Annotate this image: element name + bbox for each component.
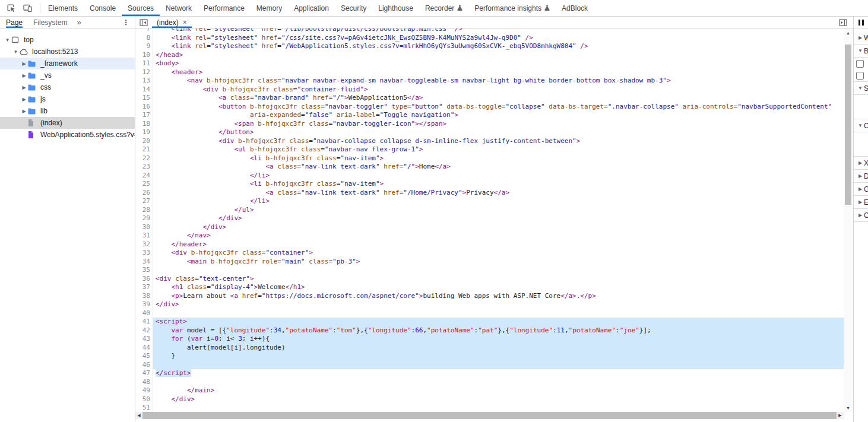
tree-item-framework[interactable]: ▶_framework [0, 58, 135, 69]
line-number[interactable]: 12 [135, 68, 153, 77]
tree-item-index[interactable]: (index) [0, 117, 135, 129]
tree-item-vs[interactable]: ▶_vs [0, 69, 135, 81]
line-number[interactable]: 35 [135, 266, 153, 275]
section-csp-violation-breakpoints[interactable]: ▶CSP Violation Breakpoints [854, 209, 868, 222]
line-number[interactable]: 41 [135, 318, 153, 326]
tab-security[interactable]: Security [335, 0, 372, 16]
code-line-content[interactable]: <span b-hfojqxc3fr class="navbar-toggler… [153, 120, 844, 129]
line-number[interactable]: 19 [135, 128, 153, 137]
line-number[interactable]: 20 [135, 137, 153, 146]
line-number[interactable]: 40 [135, 309, 153, 318]
line-number[interactable]: 16 [135, 103, 153, 112]
chevron-right-icon[interactable]: ▶ [20, 73, 28, 78]
code-line-content[interactable]: for (var i=0; i< 3; i++){ [153, 335, 844, 344]
code-line-content[interactable]: } [153, 352, 844, 361]
horizontal-scrollbar[interactable]: ◀ ▶ [135, 412, 844, 419]
code-editor[interactable]: 7 <link rel="stylesheet" href="/lib/boot… [135, 28, 844, 422]
code-line-content[interactable]: </div> [153, 395, 844, 404]
section-event-listener-breakpoints[interactable]: ▶Event Listener Breakpoints [854, 196, 868, 209]
device-toolbar-icon[interactable] [20, 1, 35, 15]
overflow-menu-icon[interactable]: ⋮ [122, 17, 135, 28]
code-line-content[interactable]: <nav b-hfojqxc3fr class="navbar navbar-e… [153, 77, 844, 85]
tab-application[interactable]: Application [288, 0, 335, 16]
chevron-right-icon[interactable]: ▶ [20, 97, 28, 102]
line-number[interactable]: 15 [135, 94, 153, 103]
navigator-tab-filesystem[interactable]: Filesystem [33, 17, 67, 28]
code-line-content[interactable]: <li b-hfojqxc3fr class="nav-item"> [153, 180, 844, 189]
code-line-content[interactable]: <a class="navbar-brand" href="/">WebAppl… [153, 94, 844, 103]
code-line-content[interactable]: </head> [153, 51, 844, 60]
code-line-content[interactable]: var model = [{"longitude":34,"potatoName… [153, 326, 844, 335]
code-line-content[interactable]: <h1 class="display-4">Welcome</h1> [153, 283, 844, 292]
close-icon[interactable]: × [183, 18, 187, 27]
line-number[interactable]: 27 [135, 197, 153, 206]
code-line-content[interactable]: <div b-hfojqxc3fr class="container-fluid… [153, 85, 844, 94]
tab-network[interactable]: Network [160, 0, 198, 16]
code-line-content[interactable] [153, 266, 844, 275]
breakpoint-item[interactable] [854, 58, 868, 69]
code-line-content[interactable]: <header> [153, 68, 844, 77]
code-line-content[interactable]: <main b-hfojqxc3fr role="main" class="pb… [153, 258, 844, 266]
tab-console[interactable]: Console [84, 0, 122, 16]
line-number[interactable]: 30 [135, 223, 153, 232]
section-scope[interactable]: ▼Scope [854, 82, 868, 95]
code-line-content[interactable]: <link rel="stylesheet" href="/lib/bootst… [153, 28, 844, 34]
code-line-content[interactable]: </button> [153, 128, 844, 137]
section-xhr-fetch-breakpoints[interactable]: ▶XHR/fetch Breakpoints [854, 157, 868, 170]
tree-item-js[interactable]: ▶js [0, 93, 135, 105]
code-line-content[interactable]: </li> [153, 172, 844, 180]
line-number[interactable]: 29 [135, 214, 153, 223]
code-line-content[interactable]: <ul b-hfojqxc3fr class="navbar-nav flex-… [153, 145, 844, 154]
line-number[interactable]: 11 [135, 59, 153, 68]
code-line-content[interactable]: <a class="nav-link text-dark" href="/Hom… [153, 189, 844, 198]
code-line-content[interactable]: </script> [153, 369, 844, 378]
tree-item-top[interactable]: ▼top [0, 34, 135, 46]
code-line-content[interactable]: <a class="nav-link text-dark" href="/">H… [153, 163, 844, 172]
tab-performance-insights[interactable]: Performance insights [468, 0, 556, 16]
chevron-right-icon[interactable]: ▶ [20, 85, 28, 90]
code-line-content[interactable]: <link rel="stylesheet" href="/WebApplica… [153, 42, 844, 51]
code-line-content[interactable]: <div b-hfojqxc3fr class="navbar-collapse… [153, 137, 844, 146]
code-line-content[interactable]: <link rel="stylesheet" href="/css/site.c… [153, 34, 844, 43]
code-line-content[interactable] [153, 309, 844, 318]
chevron-down-icon[interactable]: ▼ [12, 49, 20, 55]
code-line-content[interactable]: </main> [153, 386, 844, 395]
code-line-content[interactable]: </header> [153, 240, 844, 249]
scroll-left-icon[interactable]: ◀ [135, 412, 142, 419]
line-number[interactable]: 23 [135, 163, 153, 172]
code-line-content[interactable]: <body> [153, 59, 844, 68]
tree-item-localhost-5213[interactable]: ▼localhost:5213 [0, 46, 135, 58]
line-number[interactable]: 39 [135, 300, 153, 309]
line-number[interactable]: 46 [135, 361, 153, 370]
line-number[interactable]: 33 [135, 249, 153, 258]
line-number[interactable]: 49 [135, 386, 153, 395]
code-line-content[interactable]: </li> [153, 197, 844, 206]
chevron-down-icon[interactable]: ▼ [4, 37, 11, 43]
line-number[interactable]: 36 [135, 275, 153, 284]
line-number[interactable]: 9 [135, 42, 153, 51]
tab-adblock[interactable]: AdBlock [556, 0, 594, 16]
line-number[interactable]: 45 [135, 352, 153, 361]
checkbox-icon[interactable] [856, 60, 864, 68]
code-line-content[interactable] [153, 378, 844, 387]
scroll-right-icon[interactable]: ▶ [837, 412, 844, 419]
tree-item-webapplication5-styles-css-v-mlrkhho6yqys3uuwmg60sxcvk-ebq5vod8mhkgw804[interactable]: WebApplication5.styles.css?v=mlrkHhO6yQY… [0, 129, 135, 141]
section-breakpoints[interactable]: ▼Breakpoints [854, 45, 868, 58]
code-line-content[interactable] [153, 404, 844, 413]
line-number[interactable]: 10 [135, 51, 153, 60]
vertical-scroll-thumb[interactable] [845, 45, 851, 205]
line-number[interactable]: 48 [135, 378, 153, 387]
section-dom-breakpoints[interactable]: ▶DOM Breakpoints [854, 170, 868, 183]
tree-item-lib[interactable]: ▶lib [0, 105, 135, 117]
inspect-icon[interactable] [3, 1, 18, 15]
code-line-content[interactable]: <button b-hfojqxc3fr class="navbar-toggl… [153, 103, 844, 112]
line-number[interactable]: 17 [135, 111, 153, 120]
tab-memory[interactable]: Memory [251, 0, 288, 16]
line-number[interactable]: 8 [135, 34, 153, 43]
code-line-content[interactable]: </div> [153, 223, 844, 232]
line-number[interactable]: 31 [135, 231, 153, 240]
line-number[interactable]: 13 [135, 77, 153, 85]
code-line-content[interactable]: aria-expanded="false" aria-label="Toggle… [153, 111, 844, 120]
scroll-up-icon[interactable]: ▲ [844, 28, 853, 37]
code-line-content[interactable]: <p>Learn about <a href="https://docs.mic… [153, 292, 844, 301]
